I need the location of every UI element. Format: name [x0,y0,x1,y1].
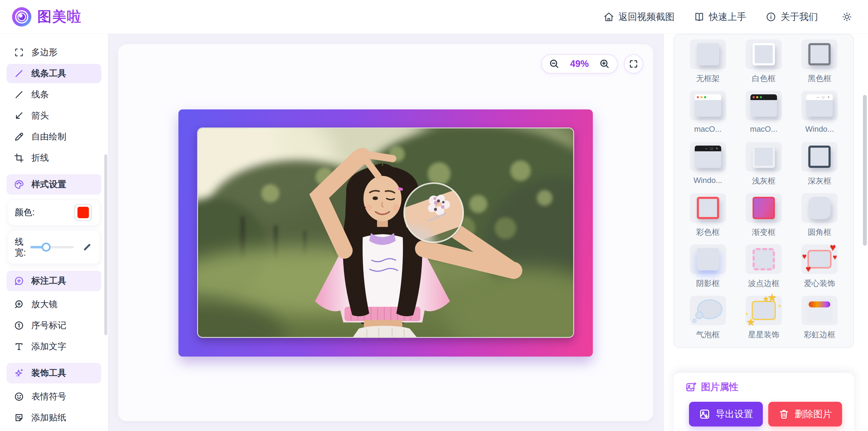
tool-line[interactable]: 线条 [7,85,101,104]
line-width-row: 线宽: [8,230,100,264]
selected-image-with-gradient-frame[interactable] [179,110,593,357]
line-width-label: 线宽: [15,236,26,258]
export-settings-button[interactable]: 导出设置 [689,402,763,427]
trash-icon [778,409,789,420]
color-setting-row: 颜色: [8,199,100,225]
tool-arrow[interactable]: 箭头 [7,106,101,125]
heart-icon: ♥ [830,242,836,252]
frame-rounded[interactable]: 圆角框 [795,193,844,244]
frame-white[interactable]: 白色框 [739,39,788,91]
sparkle-icon: ✦ [777,303,782,310]
smiley-icon [14,392,24,402]
nav-quick-start[interactable]: 快速上手 [694,10,746,23]
stroke-preview-icon [82,241,93,253]
tool-polyline[interactable]: 折线 [7,148,101,167]
heart-icon: ♥ [833,253,837,261]
zoom-level: 49% [570,59,589,69]
delete-image-button[interactable]: 删除图片 [768,402,842,427]
star-icon: ★ [746,317,755,327]
nav-back-to-screenshot[interactable]: 返回视频截图 [603,10,675,23]
app-logo: 图美啦 [12,7,82,27]
header-nav: 返回视频截图 快速上手 关于我们 [603,10,852,23]
image-properties-icon [685,381,697,393]
zoom-out-button[interactable] [549,59,560,69]
frame-bubble[interactable]: 气泡框 [683,296,733,347]
windows-titlebar-light: – □ × [806,94,833,100]
nav-about-us[interactable]: 关于我们 [766,10,818,23]
bubble-icon [692,318,696,323]
color-swatch [78,207,89,218]
frame-macos-light[interactable]: macO... [683,91,733,142]
frame-light-gray[interactable]: 浅灰框 [739,142,788,193]
star-icon: ★ [763,295,769,302]
camera-lens-logo-icon [12,7,31,27]
theme-toggle-button[interactable] [841,11,852,22]
fullscreen-icon [629,59,638,69]
fit-screen-button[interactable] [624,54,643,73]
frame-dark-gray[interactable]: 深灰框 [795,142,844,193]
arrow-icon [14,111,24,121]
frame-dotted[interactable]: 波点边框 [739,244,788,296]
color-picker[interactable] [74,204,92,221]
frame-colored[interactable]: 彩色框 [683,193,733,244]
tool-add-text[interactable]: 添加文字 [7,337,101,356]
color-label: 颜色: [15,207,35,218]
image-properties-panel: 图片属性 导出设置 删除图片 [673,372,855,431]
line-icon [14,68,24,79]
section-style-settings[interactable]: 样式设置 [7,174,101,195]
section-line-tools[interactable]: 线条工具 [7,64,101,83]
tool-magnifier[interactable]: 放大镜 [7,295,101,314]
frame-shadow[interactable]: 阴影框 [683,244,733,296]
book-icon [694,11,705,22]
frame-none[interactable]: 无框架 [683,39,733,91]
windows-titlebar-dark: – □ × [695,146,721,151]
line-icon [14,90,24,100]
text-icon [14,341,24,352]
frame-style-panel: 无框架 白色框 黑色框 macO... [664,34,868,431]
frame-corners-icon [14,47,24,58]
zoom-in-button[interactable] [599,59,610,69]
frame-windows-dark[interactable]: – □ × Windo... [683,142,733,193]
line-width-slider[interactable] [30,246,74,248]
tool-move-canvas[interactable]: 移动画布 [空格] [7,429,101,431]
frame-rainbow[interactable]: 彩虹边框 [795,296,844,347]
macos-titlebar-dark [750,94,777,100]
frame-black[interactable]: 黑色框 [795,39,844,91]
slider-thumb[interactable] [41,243,51,252]
bubble-icon [695,311,703,319]
crop-icon [14,153,24,163]
frame-hearts[interactable]: ♥ ♥ ♥ ♥ 爱心装饰 [795,244,844,296]
frame-windows-light[interactable]: – □ × Windo... [795,91,844,142]
frame-macos-dark[interactable]: macO... [739,91,788,142]
tool-polygon[interactable]: 多边形 [7,43,101,62]
info-icon [766,11,776,22]
tool-add-sticker[interactable]: 添加贴纸 [7,408,101,427]
tool-number-marker[interactable]: 序号标记 [7,316,101,335]
palette-icon [14,179,24,190]
heart-icon: ♥ [802,252,807,260]
photo-girl-in-park[interactable] [197,127,574,338]
sparkles-icon [14,368,24,378]
frame-style-list: 无框架 白色框 黑色框 macO... [674,34,854,348]
tool-free-draw[interactable]: 自由绘制 [7,127,101,147]
export-image-icon [699,408,710,420]
frame-stars[interactable]: ★ ★ ★ ✦ ✦ 星星装饰 [739,296,788,347]
frame-gradient[interactable]: 渐变框 [739,193,788,244]
sparkle-icon: ✦ [744,311,749,317]
editor-canvas[interactable]: 49% [118,44,653,421]
page-scrollbar[interactable] [863,95,867,246]
zoom-in-icon [599,59,610,69]
sidebar-scrollbar[interactable] [104,154,107,335]
bubble-plus-icon [14,276,24,286]
photo-illustration [198,128,574,338]
number-one-circle-icon [14,320,24,331]
sun-icon [841,11,852,22]
macos-titlebar-light [695,94,721,100]
sticker-icon [14,412,24,423]
section-annotation-tools[interactable]: 标注工具 [7,271,101,291]
app-header: 图美啦 返回视频截图 快速上手 关于我们 [0,0,868,34]
tool-emoji[interactable]: 表情符号 [7,387,101,406]
app-title: 图美啦 [37,7,82,26]
heart-icon: ♥ [806,264,811,273]
section-decoration-tools[interactable]: 装饰工具 [7,363,101,383]
